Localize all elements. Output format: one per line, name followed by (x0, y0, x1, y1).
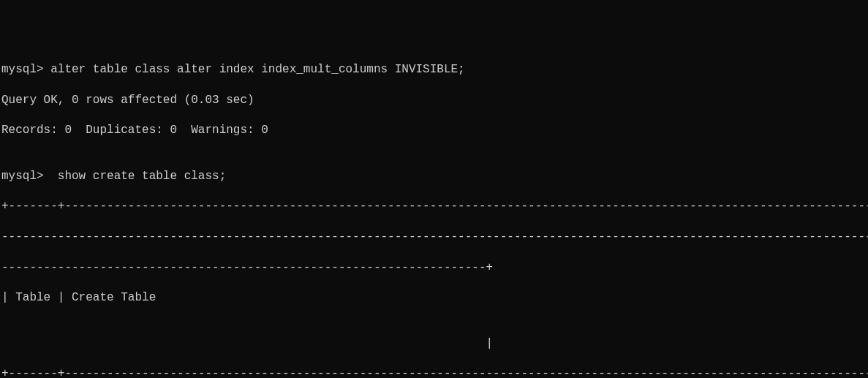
table-border: +-------+-------------------------------… (0, 366, 868, 378)
sql-command-alter: mysql> alter table class alter index ind… (0, 62, 868, 78)
table-border: ----------------------------------------… (0, 260, 868, 276)
table-border: +-------+-------------------------------… (0, 199, 868, 214)
table-header: | Table | Create Table (0, 290, 868, 306)
sql-command-show: mysql> show create table class; (0, 169, 868, 184)
table-border: ----------------------------------------… (0, 230, 868, 245)
records-msg: Records: 0 Duplicates: 0 Warnings: 0 (0, 123, 868, 138)
query-ok-msg: Query OK, 0 rows affected (0.03 sec) (0, 93, 868, 108)
table-header-end: | (0, 336, 868, 352)
